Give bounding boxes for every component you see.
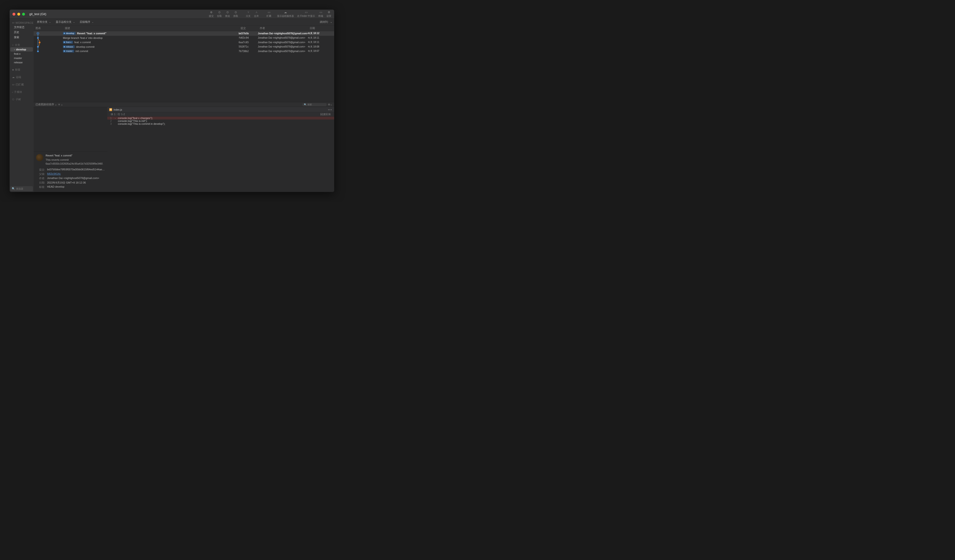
stashes-section-header[interactable]: ▭已贮藏	[9, 82, 34, 87]
minimize-window-button[interactable]	[17, 13, 20, 16]
jump-to-label: 跳转到: ⌄	[320, 20, 332, 24]
modified-file-icon: ⟳	[109, 108, 112, 111]
merge-icon: ⑃	[255, 11, 258, 14]
remote-button[interactable]: ☁显示远程服务器	[277, 11, 294, 18]
subtrees-section-header[interactable]: ⚇子树	[9, 97, 34, 102]
meta-parent-label: 父级:	[36, 172, 45, 176]
branch-filter-dropdown[interactable]: 所有分支	[36, 20, 52, 24]
plus-circle-icon: ⊕	[210, 11, 213, 14]
sidebar-branch-develop[interactable]: develop	[10, 47, 33, 51]
sidebar-search[interactable]: 搜索	[9, 35, 34, 40]
meta-commit-value: bd37b5bbe78f93f0070a00bb0615f84ed5144aec…	[47, 168, 105, 172]
sidebar: ▭WORKSPACE 文件状态 历史 搜索 ⑂分支 develop feat-x…	[9, 19, 34, 192]
close-window-button[interactable]	[13, 13, 16, 16]
diff-line[interactable]: 3console.log("This is commit in develop"…	[107, 122, 334, 125]
commit-info-panel: Revert "feat: x commit" This reverts com…	[34, 151, 107, 192]
file-more-button[interactable]: •••	[328, 108, 332, 111]
revert-hunk-button[interactable]: 回滚区块	[320, 112, 331, 116]
header-description[interactable]: 描述	[63, 25, 239, 31]
commit-list: developRevert "feat: x commit" bd37b5b J…	[34, 31, 334, 102]
order-dropdown[interactable]: 层级顺序	[78, 20, 95, 24]
tag-icon: ◈	[12, 68, 14, 71]
file-sort-bar[interactable]: 已依照路径排序 ≡ ⌄	[34, 102, 107, 107]
meta-commit-label: 提交:	[36, 168, 45, 172]
commit-graph	[34, 31, 334, 102]
stash-button[interactable]: ▭贮藏	[266, 11, 271, 18]
remote-filter-dropdown[interactable]: 显示远程分支	[54, 20, 76, 24]
arrow-up-circle-icon: ⊙	[226, 11, 229, 14]
meta-date-label: 日期:	[36, 181, 45, 184]
merge-button[interactable]: ⑃合并	[254, 11, 259, 18]
titlebar: git_test (Git) ⊕提交 ⊙拉取 ⊙推送 ⊙抓取 ⑂分支 ⑃合并 ▭…	[9, 9, 334, 19]
diff-search-input[interactable]	[307, 103, 325, 106]
submodule-icon: ▫	[12, 91, 13, 94]
terminal-icon: ▭	[319, 11, 323, 14]
push-button[interactable]: ⊙推送	[225, 11, 230, 18]
diff-file-header[interactable]: ⟳ index.js •••	[107, 107, 334, 112]
sidebar-file-status[interactable]: 文件状态	[9, 25, 34, 30]
sidebar-filter-input[interactable]	[16, 187, 31, 190]
arrow-down-circle-icon: ⊙	[218, 11, 221, 14]
branch-icon: ⑂	[247, 11, 250, 14]
diff-file-name: index.js	[114, 108, 122, 111]
diff-line[interactable]: 1-console.log("feat x changes");	[107, 117, 334, 120]
detail-pane: 已依照路径排序 ≡ ⌄ Revert "feat: x commit" This…	[34, 102, 107, 192]
author-avatar	[36, 154, 43, 161]
submodules-section-header[interactable]: ▫子模块	[9, 89, 34, 94]
header-graph[interactable]: 图表	[34, 25, 63, 31]
hunk-label: 块 1 : 行 1-2	[111, 112, 125, 116]
sidebar-branch-release[interactable]: release	[9, 60, 34, 64]
header-date[interactable]: 日期	[308, 25, 334, 31]
branches-section-header[interactable]: ⑂分支	[9, 42, 34, 47]
commit-info-title: Revert "feat: x commit"	[45, 154, 103, 157]
diff-settings-button[interactable]: ⊖⌄	[328, 103, 332, 106]
monitor-icon: ▭	[12, 21, 15, 24]
traffic-lights	[13, 13, 25, 16]
view-mode-icon[interactable]: ≡ ⌄	[58, 103, 63, 106]
meta-tags-value: HEAD develop	[47, 185, 105, 189]
diff-search-box[interactable]: 🔍	[302, 103, 327, 106]
parent-commit-link[interactable]: fd63c9414c	[47, 172, 61, 175]
refresh-circle-icon: ⊙	[234, 11, 238, 14]
remotes-section-header[interactable]: ☁远端	[9, 74, 34, 80]
header-commit[interactable]: 提交	[239, 25, 258, 31]
commit-button[interactable]: ⊕提交	[209, 11, 214, 18]
diff-pane: 🔍 ⊖⌄ ⟳ index.js ••• 块 1 : 行 1-2 回滚区块	[107, 102, 334, 192]
meta-author-value: Jonathan Dai <nightghost5078@gmail.com>	[47, 176, 105, 180]
subtree-icon: ⚇	[12, 98, 15, 101]
app-window: git_test (Git) ⊕提交 ⊙拉取 ⊙推送 ⊙抓取 ⑂分支 ⑃合并 ▭…	[9, 9, 334, 192]
meta-author-label: 作者:	[36, 176, 45, 180]
sidebar-branch-master[interactable]: master	[9, 56, 34, 60]
branch-icon: ⑂	[12, 44, 14, 47]
settings-button[interactable]: ⚙设置	[327, 11, 331, 18]
maximize-window-button[interactable]	[22, 13, 25, 16]
stash-icon: ▭	[267, 11, 271, 14]
search-icon: 🔍	[12, 187, 15, 190]
cloud-icon: ☁	[284, 11, 287, 14]
chevron-down-icon[interactable]: ⌄	[330, 20, 332, 23]
workspace-section-header[interactable]: ▭WORKSPACE	[9, 20, 34, 25]
meta-tags-label: 标签:	[36, 185, 45, 189]
diff-line[interactable]: 2console.log("This is init");	[107, 120, 334, 122]
window-title: git_test (Git)	[29, 12, 46, 16]
tags-section-header[interactable]: ◈标签	[9, 67, 34, 72]
sidebar-history[interactable]: 历史	[9, 30, 34, 35]
sidebar-branch-feat-x[interactable]: feat-x	[9, 51, 34, 56]
branch-tag: master	[63, 50, 74, 53]
filter-bar: 所有分支 显示远程分支 层级顺序 跳转到: ⌄	[34, 19, 334, 25]
pull-button[interactable]: ⊙拉取	[217, 11, 222, 18]
branch-tag: feat-x	[63, 41, 73, 44]
header-author[interactable]: 作者	[258, 25, 308, 31]
branch-button[interactable]: ⑂分支	[246, 11, 250, 18]
branch-tag: develop	[63, 32, 76, 35]
fetch-button[interactable]: ⊙抓取	[233, 11, 238, 18]
sort-label: 已依照路径排序	[36, 103, 57, 106]
hunk-header: 块 1 : 行 1-2 回滚区块	[107, 112, 334, 117]
commit-info-body: This reverts commit6aa7c6550c182605a24c9…	[45, 158, 103, 165]
cloud-icon: ☁	[12, 76, 15, 79]
search-icon: 🔍	[304, 103, 307, 106]
sidebar-filter[interactable]: 🔍	[10, 186, 33, 191]
branch-tag: release	[63, 45, 75, 48]
terminal-button[interactable]: ▭终端	[318, 11, 323, 18]
finder-button[interactable]: ▭在 Finder 中显示	[297, 11, 315, 18]
